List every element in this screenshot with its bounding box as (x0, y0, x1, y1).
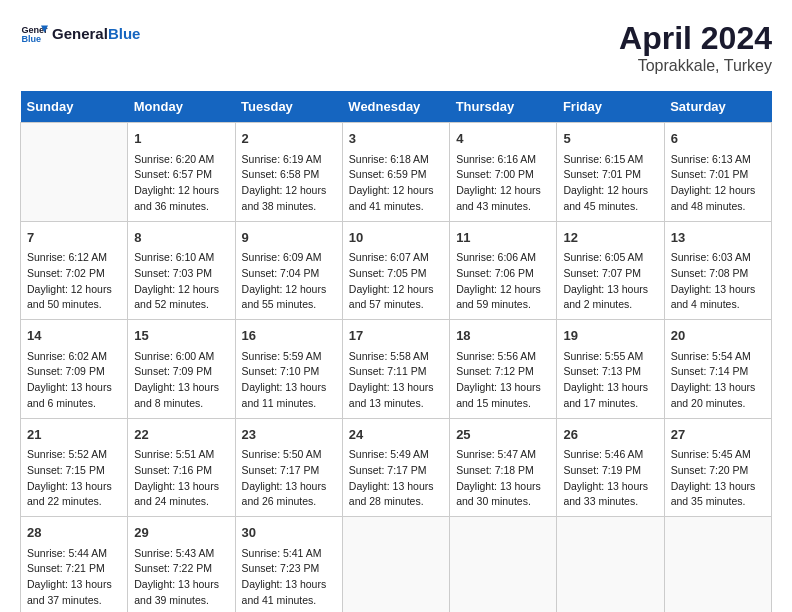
day-header-thursday: Thursday (450, 91, 557, 123)
day-number: 23 (242, 425, 336, 445)
calendar-cell: 8Sunrise: 6:10 AMSunset: 7:03 PMDaylight… (128, 221, 235, 320)
day-info: Sunrise: 6:13 AMSunset: 7:01 PMDaylight:… (671, 152, 765, 215)
calendar-week-2: 7Sunrise: 6:12 AMSunset: 7:02 PMDaylight… (21, 221, 772, 320)
calendar-cell: 26Sunrise: 5:46 AMSunset: 7:19 PMDayligh… (557, 418, 664, 517)
day-info: Sunrise: 5:49 AMSunset: 7:17 PMDaylight:… (349, 447, 443, 510)
calendar-cell: 15Sunrise: 6:00 AMSunset: 7:09 PMDayligh… (128, 320, 235, 419)
day-number: 24 (349, 425, 443, 445)
day-info: Sunrise: 5:58 AMSunset: 7:11 PMDaylight:… (349, 349, 443, 412)
calendar-cell: 17Sunrise: 5:58 AMSunset: 7:11 PMDayligh… (342, 320, 449, 419)
day-info: Sunrise: 5:46 AMSunset: 7:19 PMDaylight:… (563, 447, 657, 510)
day-info: Sunrise: 6:02 AMSunset: 7:09 PMDaylight:… (27, 349, 121, 412)
calendar-cell: 5Sunrise: 6:15 AMSunset: 7:01 PMDaylight… (557, 123, 664, 222)
day-number: 22 (134, 425, 228, 445)
calendar-cell: 23Sunrise: 5:50 AMSunset: 7:17 PMDayligh… (235, 418, 342, 517)
day-number: 4 (456, 129, 550, 149)
day-info: Sunrise: 6:00 AMSunset: 7:09 PMDaylight:… (134, 349, 228, 412)
calendar-subtitle: Toprakkale, Turkey (619, 57, 772, 75)
day-info: Sunrise: 6:10 AMSunset: 7:03 PMDaylight:… (134, 250, 228, 313)
day-info: Sunrise: 6:09 AMSunset: 7:04 PMDaylight:… (242, 250, 336, 313)
day-header-saturday: Saturday (664, 91, 771, 123)
calendar-cell (21, 123, 128, 222)
day-info: Sunrise: 6:18 AMSunset: 6:59 PMDaylight:… (349, 152, 443, 215)
day-header-friday: Friday (557, 91, 664, 123)
day-info: Sunrise: 5:54 AMSunset: 7:14 PMDaylight:… (671, 349, 765, 412)
calendar-cell: 22Sunrise: 5:51 AMSunset: 7:16 PMDayligh… (128, 418, 235, 517)
calendar-cell: 9Sunrise: 6:09 AMSunset: 7:04 PMDaylight… (235, 221, 342, 320)
day-info: Sunrise: 5:45 AMSunset: 7:20 PMDaylight:… (671, 447, 765, 510)
calendar-cell: 14Sunrise: 6:02 AMSunset: 7:09 PMDayligh… (21, 320, 128, 419)
calendar-cell: 4Sunrise: 6:16 AMSunset: 7:00 PMDaylight… (450, 123, 557, 222)
day-info: Sunrise: 6:20 AMSunset: 6:57 PMDaylight:… (134, 152, 228, 215)
calendar-table: SundayMondayTuesdayWednesdayThursdayFrid… (20, 91, 772, 612)
svg-text:Blue: Blue (21, 34, 41, 44)
day-number: 20 (671, 326, 765, 346)
day-header-wednesday: Wednesday (342, 91, 449, 123)
day-number: 26 (563, 425, 657, 445)
calendar-cell: 27Sunrise: 5:45 AMSunset: 7:20 PMDayligh… (664, 418, 771, 517)
day-info: Sunrise: 6:07 AMSunset: 7:05 PMDaylight:… (349, 250, 443, 313)
calendar-cell: 1Sunrise: 6:20 AMSunset: 6:57 PMDaylight… (128, 123, 235, 222)
calendar-cell: 28Sunrise: 5:44 AMSunset: 7:21 PMDayligh… (21, 517, 128, 613)
calendar-cell: 12Sunrise: 6:05 AMSunset: 7:07 PMDayligh… (557, 221, 664, 320)
day-number: 12 (563, 228, 657, 248)
calendar-cell: 20Sunrise: 5:54 AMSunset: 7:14 PMDayligh… (664, 320, 771, 419)
day-info: Sunrise: 6:16 AMSunset: 7:00 PMDaylight:… (456, 152, 550, 215)
calendar-cell: 21Sunrise: 5:52 AMSunset: 7:15 PMDayligh… (21, 418, 128, 517)
calendar-cell: 30Sunrise: 5:41 AMSunset: 7:23 PMDayligh… (235, 517, 342, 613)
page-header: General Blue GeneralBlue April 2024 Topr… (20, 20, 772, 75)
calendar-cell: 18Sunrise: 5:56 AMSunset: 7:12 PMDayligh… (450, 320, 557, 419)
day-number: 6 (671, 129, 765, 149)
day-info: Sunrise: 5:41 AMSunset: 7:23 PMDaylight:… (242, 546, 336, 609)
day-number: 17 (349, 326, 443, 346)
calendar-cell: 16Sunrise: 5:59 AMSunset: 7:10 PMDayligh… (235, 320, 342, 419)
calendar-week-4: 21Sunrise: 5:52 AMSunset: 7:15 PMDayligh… (21, 418, 772, 517)
logo-general-text: General (52, 25, 108, 42)
calendar-cell (450, 517, 557, 613)
day-number: 18 (456, 326, 550, 346)
day-number: 13 (671, 228, 765, 248)
logo-icon: General Blue (20, 20, 48, 48)
day-info: Sunrise: 5:55 AMSunset: 7:13 PMDaylight:… (563, 349, 657, 412)
day-number: 14 (27, 326, 121, 346)
day-number: 10 (349, 228, 443, 248)
day-info: Sunrise: 6:15 AMSunset: 7:01 PMDaylight:… (563, 152, 657, 215)
calendar-cell: 13Sunrise: 6:03 AMSunset: 7:08 PMDayligh… (664, 221, 771, 320)
day-number: 16 (242, 326, 336, 346)
logo: General Blue GeneralBlue (20, 20, 140, 48)
logo-blue-text: Blue (108, 25, 141, 42)
calendar-cell: 25Sunrise: 5:47 AMSunset: 7:18 PMDayligh… (450, 418, 557, 517)
day-number: 19 (563, 326, 657, 346)
day-info: Sunrise: 5:44 AMSunset: 7:21 PMDaylight:… (27, 546, 121, 609)
calendar-week-5: 28Sunrise: 5:44 AMSunset: 7:21 PMDayligh… (21, 517, 772, 613)
day-info: Sunrise: 5:56 AMSunset: 7:12 PMDaylight:… (456, 349, 550, 412)
day-number: 11 (456, 228, 550, 248)
calendar-cell (664, 517, 771, 613)
calendar-cell: 2Sunrise: 6:19 AMSunset: 6:58 PMDaylight… (235, 123, 342, 222)
calendar-cell: 19Sunrise: 5:55 AMSunset: 7:13 PMDayligh… (557, 320, 664, 419)
calendar-cell: 10Sunrise: 6:07 AMSunset: 7:05 PMDayligh… (342, 221, 449, 320)
day-number: 1 (134, 129, 228, 149)
calendar-cell (557, 517, 664, 613)
calendar-title-section: April 2024 Toprakkale, Turkey (619, 20, 772, 75)
calendar-title: April 2024 (619, 20, 772, 57)
calendar-cell: 6Sunrise: 6:13 AMSunset: 7:01 PMDaylight… (664, 123, 771, 222)
day-info: Sunrise: 5:52 AMSunset: 7:15 PMDaylight:… (27, 447, 121, 510)
day-number: 3 (349, 129, 443, 149)
calendar-cell: 29Sunrise: 5:43 AMSunset: 7:22 PMDayligh… (128, 517, 235, 613)
day-info: Sunrise: 6:12 AMSunset: 7:02 PMDaylight:… (27, 250, 121, 313)
calendar-week-3: 14Sunrise: 6:02 AMSunset: 7:09 PMDayligh… (21, 320, 772, 419)
day-number: 21 (27, 425, 121, 445)
day-info: Sunrise: 6:03 AMSunset: 7:08 PMDaylight:… (671, 250, 765, 313)
calendar-cell: 11Sunrise: 6:06 AMSunset: 7:06 PMDayligh… (450, 221, 557, 320)
calendar-cell: 7Sunrise: 6:12 AMSunset: 7:02 PMDaylight… (21, 221, 128, 320)
day-info: Sunrise: 5:43 AMSunset: 7:22 PMDaylight:… (134, 546, 228, 609)
day-number: 7 (27, 228, 121, 248)
day-header-sunday: Sunday (21, 91, 128, 123)
calendar-cell: 3Sunrise: 6:18 AMSunset: 6:59 PMDaylight… (342, 123, 449, 222)
day-number: 27 (671, 425, 765, 445)
day-number: 8 (134, 228, 228, 248)
day-info: Sunrise: 5:50 AMSunset: 7:17 PMDaylight:… (242, 447, 336, 510)
day-number: 2 (242, 129, 336, 149)
calendar-cell (342, 517, 449, 613)
